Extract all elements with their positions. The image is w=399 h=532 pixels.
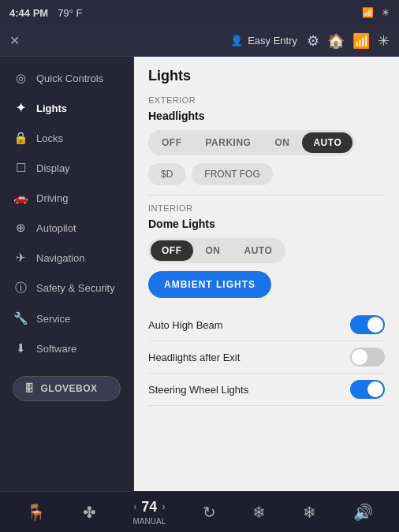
sidebar-label-quick-controls: Quick Controls xyxy=(36,73,103,84)
sidebar-item-driving[interactable]: 🚗 Driving xyxy=(0,183,133,213)
interior-label: Interior xyxy=(148,203,385,213)
auto-high-beam-label: Auto High Beam xyxy=(148,319,223,331)
sidebar-label-locks: Locks xyxy=(36,132,63,144)
steering-wheel-lights-toggle[interactable] xyxy=(350,380,385,399)
status-right-icons: 📶 ✳ xyxy=(362,7,390,18)
sidebar-label-display: Display xyxy=(36,162,70,174)
sidebar-item-navigation[interactable]: ✈ Navigation xyxy=(0,243,133,273)
sidebar-item-software[interactable]: ⬇ Software xyxy=(0,333,133,363)
headlights-auto[interactable]: AUTO xyxy=(302,132,352,153)
sidebar-item-locks[interactable]: 🔒 Locks xyxy=(0,123,133,153)
dome-lights-off[interactable]: OFF xyxy=(151,240,193,261)
headlights-label: Headlights xyxy=(148,110,385,122)
close-button[interactable]: ✕ xyxy=(9,33,20,48)
rear-defrost-icon: ❄ xyxy=(303,503,316,522)
feature-buttons-row: $D FRONT FOG xyxy=(148,163,385,185)
taskbar-rear-defrost[interactable]: ❄ xyxy=(303,503,316,522)
safety-icon: ⓘ xyxy=(13,281,28,296)
sidebar: ◎ Quick Controls ✦ Lights 🔒 Locks ☐ Disp… xyxy=(0,57,134,491)
top-nav: ✕ 👤 Easy Entry ⚙ 🏠 📶 ✳ xyxy=(0,25,399,57)
taskbar-recirculate[interactable]: ↻ xyxy=(203,503,216,522)
headlights-options: OFF PARKING ON AUTO xyxy=(148,130,355,155)
lights-icon: ✦ xyxy=(13,101,28,115)
taskbar-volume[interactable]: 🔊 xyxy=(353,503,373,522)
quick-controls-icon: ◎ xyxy=(13,71,28,85)
status-bar: 4:44 PM 79° F 📶 ✳ xyxy=(0,0,399,25)
driving-icon: 🚗 xyxy=(13,191,28,205)
headlights-after-exit-label: Headlights after Exit xyxy=(148,352,240,363)
display-icon: ☐ xyxy=(13,161,28,175)
steering-wheel-lights-row: Steering Wheel Lights xyxy=(148,374,385,406)
glovebox-icon: 🗄 xyxy=(24,383,35,394)
headlights-after-exit-row: Headlights after Exit xyxy=(148,341,385,374)
exterior-label: Exterior xyxy=(148,95,385,105)
software-icon: ⬇ xyxy=(13,341,28,355)
temp-up-arrow[interactable]: › xyxy=(162,501,165,512)
sidebar-item-safety[interactable]: ⓘ Safety & Security xyxy=(0,273,133,303)
signal-icon: 📶 xyxy=(352,32,370,50)
temp-value: 74 xyxy=(141,499,157,515)
easy-entry-label: Easy Entry xyxy=(248,35,297,47)
wifi-icon: 📶 xyxy=(362,7,374,18)
daytime-lights-button[interactable]: $D xyxy=(148,163,185,185)
front-fog-label: FRONT FOG xyxy=(204,169,259,180)
auto-high-beam-toggle[interactable] xyxy=(350,315,385,334)
headlights-parking[interactable]: PARKING xyxy=(195,132,263,153)
person-icon: 👤 xyxy=(230,35,243,47)
taskbar-seat[interactable]: 🪑 xyxy=(26,503,46,522)
sidebar-label-driving: Driving xyxy=(36,192,68,204)
nav-icons: ⚙ 🏠 📶 ✳ xyxy=(307,32,390,50)
auto-high-beam-row: Auto High Beam xyxy=(148,309,385,341)
taskbar: 🪑 ✤ ‹ 74 › MANUAL ↻ ❄ ❄ 🔊 xyxy=(0,491,399,532)
sidebar-label-autopilot: Autopilot xyxy=(36,222,76,234)
glovebox-label: GLOVEBOX xyxy=(41,383,98,394)
temp-display: ‹ 74 › xyxy=(133,499,165,515)
seat-icon: 🪑 xyxy=(26,503,46,522)
main-layout: ◎ Quick Controls ✦ Lights 🔒 Locks ☐ Disp… xyxy=(0,57,399,491)
status-time: 4:44 PM xyxy=(9,7,48,19)
locks-icon: 🔒 xyxy=(13,131,28,145)
headlights-off[interactable]: OFF xyxy=(151,132,193,153)
volume-icon: 🔊 xyxy=(353,503,373,522)
ambient-lights-button[interactable]: AMBIENT LIGHTS xyxy=(148,271,271,298)
divider-exterior-interior xyxy=(148,195,385,195)
taskbar-defrost[interactable]: ❄ xyxy=(252,503,266,522)
sidebar-label-safety: Safety & Security xyxy=(36,282,115,294)
dome-lights-label: Dome Lights xyxy=(148,218,385,230)
sidebar-item-lights[interactable]: ✦ Lights xyxy=(0,93,133,123)
page-title: Lights xyxy=(148,68,385,84)
front-fog-button[interactable]: FRONT FOG xyxy=(192,163,272,185)
dome-lights-auto[interactable]: AUTO xyxy=(233,240,284,261)
content-area: Lights Exterior Headlights OFF PARKING O… xyxy=(134,57,399,491)
easy-entry-button[interactable]: 👤 Easy Entry xyxy=(230,35,297,47)
ambient-lights-label: AMBIENT LIGHTS xyxy=(164,279,255,290)
sidebar-label-software: Software xyxy=(36,343,76,355)
temp-label: MANUAL xyxy=(133,517,166,526)
sidebar-item-autopilot[interactable]: ⊕ Autopilot xyxy=(0,213,133,243)
sidebar-label-navigation: Navigation xyxy=(36,252,84,264)
bluetooth-icon: ✳ xyxy=(382,7,390,18)
temp-down-arrow[interactable]: ‹ xyxy=(133,501,136,512)
dome-lights-options: OFF ON AUTO xyxy=(148,238,285,263)
bluetooth-nav-icon: ✳ xyxy=(378,32,390,50)
defrost-icon: ❄ xyxy=(252,503,266,522)
navigation-icon: ✈ xyxy=(13,251,28,265)
headlights-on[interactable]: ON xyxy=(263,132,300,153)
sidebar-item-display[interactable]: ☐ Display xyxy=(0,153,133,183)
sidebar-item-quick-controls[interactable]: ◎ Quick Controls xyxy=(0,63,133,93)
dome-lights-on[interactable]: ON xyxy=(195,240,232,261)
steering-wheel-lights-label: Steering Wheel Lights xyxy=(148,384,248,396)
status-temp: 79° F xyxy=(58,7,82,19)
fan-icon: ✤ xyxy=(83,503,96,522)
taskbar-temperature[interactable]: ‹ 74 › MANUAL xyxy=(133,499,166,526)
service-icon: 🔧 xyxy=(13,311,28,326)
home-icon[interactable]: 🏠 xyxy=(327,32,345,50)
settings-icon[interactable]: ⚙ xyxy=(307,32,319,50)
autopilot-icon: ⊕ xyxy=(13,221,28,235)
sidebar-label-lights: Lights xyxy=(36,102,67,114)
taskbar-fan[interactable]: ✤ xyxy=(83,503,96,522)
sidebar-item-service[interactable]: 🔧 Service xyxy=(0,303,133,333)
headlights-after-exit-toggle[interactable] xyxy=(350,348,385,366)
glovebox-button[interactable]: 🗄 GLOVEBOX xyxy=(13,376,121,401)
sidebar-label-service: Service xyxy=(36,313,70,325)
